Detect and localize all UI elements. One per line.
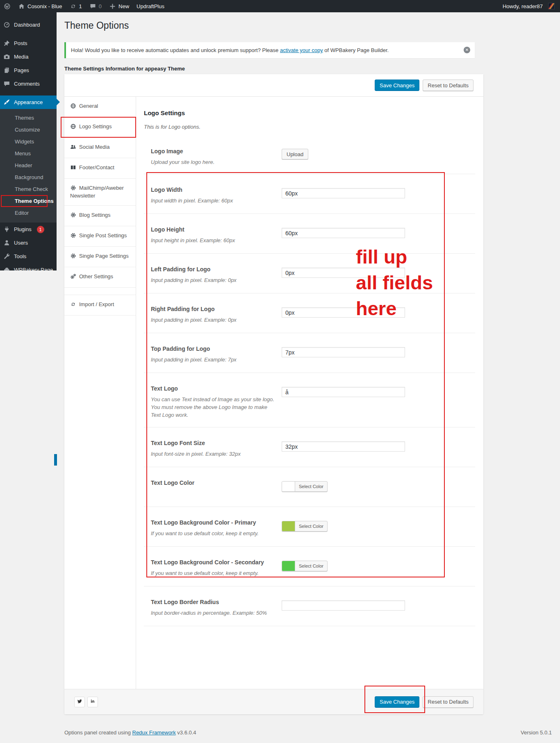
sidebar-item-editor[interactable]: Editor bbox=[0, 207, 57, 219]
section-title: Logo Settings bbox=[144, 109, 475, 117]
text-logo-color-picker[interactable]: Select Color bbox=[282, 481, 328, 492]
top-padding-for-logo-input[interactable] bbox=[282, 347, 405, 357]
field-description: Input border-radius in percentage. Examp… bbox=[151, 609, 275, 617]
color-swatch bbox=[282, 482, 295, 491]
field-label: Left Padding for Logo bbox=[151, 266, 275, 273]
field-row-right-padding-for-logo: Right Padding for LogoInput padding in p… bbox=[144, 293, 475, 333]
logo-height-input[interactable] bbox=[282, 228, 405, 238]
color-swatch bbox=[282, 561, 295, 571]
tab-other-settings[interactable]: Other Settings bbox=[64, 267, 136, 288]
gear-icon bbox=[70, 232, 76, 240]
media-icon bbox=[3, 53, 10, 60]
account-menu[interactable]: Howdy, reader87 bbox=[499, 0, 558, 12]
tab-mailchimp-aweber-newsletter[interactable]: MailChimp/Aweber Newsletter bbox=[64, 179, 136, 206]
sidebar-item-tools[interactable]: Tools bbox=[0, 250, 57, 263]
sidebar-item-menus[interactable]: Menus bbox=[0, 148, 57, 159]
activation-notice: Hola! Would you like to receive automati… bbox=[64, 42, 475, 58]
people-icon bbox=[70, 144, 76, 152]
redux-framework-link[interactable]: Redux Framework bbox=[132, 729, 176, 736]
sidebar-item-appearance[interactable]: Appearance bbox=[0, 95, 57, 109]
sidebar-item-media[interactable]: Media bbox=[0, 50, 57, 64]
sidebar-item-wpbakery-page[interactable]: WPBakery Page bbox=[0, 263, 57, 270]
field-rows: fill upall fieldshere Logo ImageUpload y… bbox=[144, 140, 475, 626]
field-label: Logo Width bbox=[151, 186, 275, 193]
site-menu[interactable]: Cosonix - Blue bbox=[14, 0, 66, 12]
tab-label: General bbox=[79, 103, 98, 109]
field-description: If you want to use default color, keep i… bbox=[151, 570, 275, 577]
sidebar-item-theme-options[interactable]: Theme Options bbox=[0, 195, 57, 207]
sidebar-item-customize[interactable]: Customize bbox=[0, 124, 57, 136]
admin-sidebar: DashboardPostsMediaPagesCommentsAppearan… bbox=[0, 12, 57, 270]
gears-icon bbox=[70, 273, 76, 281]
text-logo-border-radius-input[interactable] bbox=[282, 600, 405, 611]
sidebar-item-plugins[interactable]: Plugins1 bbox=[0, 223, 57, 236]
updates-menu[interactable]: 1 bbox=[66, 0, 86, 12]
sidebar-item-users[interactable]: Users bbox=[0, 236, 57, 250]
redux-credit: Options panel created using Redux Framew… bbox=[64, 729, 196, 736]
theme-options-panel: Save Changes Reset to Defaults GeneralLo… bbox=[64, 74, 483, 714]
sidebar-item-background[interactable]: Background bbox=[0, 171, 57, 183]
sidebar-item-comments[interactable]: Comments bbox=[0, 77, 57, 91]
sidebar-item-theme-check[interactable]: Theme Check bbox=[0, 183, 57, 195]
tab-logo-settings[interactable]: Logo Settings bbox=[64, 117, 136, 138]
tab-general[interactable]: General bbox=[64, 97, 136, 117]
sidebar-item-header[interactable]: Header bbox=[0, 159, 57, 171]
dismiss-notice-icon[interactable]: ✕ bbox=[464, 47, 470, 53]
sidebar-item-pages[interactable]: Pages bbox=[0, 64, 57, 77]
site-name: Cosonix - Blue bbox=[27, 3, 62, 9]
tab-blog-settings[interactable]: Blog Settings bbox=[64, 206, 136, 226]
select-color-label: Select Color bbox=[295, 524, 327, 529]
sidebar-item-posts[interactable]: Posts bbox=[0, 36, 57, 50]
globe-icon bbox=[70, 103, 76, 111]
field-description: Input padding in pixel. Example: 0px bbox=[151, 277, 275, 284]
tab-single-post-settings[interactable]: Single Post Settings bbox=[64, 226, 136, 247]
tab-label: Blog Settings bbox=[79, 212, 111, 218]
tab-social-media[interactable]: Social Media bbox=[64, 138, 136, 158]
text-logo-background-color-secondary-picker[interactable]: Select Color bbox=[282, 561, 328, 571]
tab-import-export[interactable]: Import / Export bbox=[64, 295, 136, 316]
text-logo-input[interactable] bbox=[282, 387, 405, 397]
field-label: Text Logo Font Size bbox=[151, 440, 275, 447]
reset-defaults-button-top[interactable]: Reset to Defaults bbox=[423, 80, 473, 91]
section-subtitle: This is for Logo options. bbox=[144, 124, 475, 130]
field-label: Logo Image bbox=[151, 148, 275, 155]
left-padding-for-logo-input[interactable] bbox=[282, 268, 405, 278]
comments-menu[interactable]: 0 bbox=[86, 0, 105, 12]
tab-single-page-settings[interactable]: Single Page Settings bbox=[64, 247, 136, 267]
main-content: Theme Options Hola! Would you like to re… bbox=[57, 12, 560, 736]
logo-width-input[interactable] bbox=[282, 188, 405, 198]
text-logo-background-color-primary-picker[interactable]: Select Color bbox=[282, 521, 328, 532]
twitter-icon[interactable] bbox=[74, 697, 85, 707]
sidebar-item-themes[interactable]: Themes bbox=[0, 112, 57, 124]
users-icon bbox=[3, 239, 10, 246]
text-logo-font-size-input[interactable] bbox=[282, 441, 405, 452]
field-label: Text Logo Border Radius bbox=[151, 599, 275, 606]
sidebar-item-widgets[interactable]: Widgets bbox=[0, 136, 57, 148]
sidebar-item-dashboard[interactable]: Dashboard bbox=[0, 18, 57, 32]
updraft-label: UpdraftPlus bbox=[137, 3, 164, 9]
page-title: Theme Options bbox=[64, 20, 552, 32]
field-label: Text Logo Color bbox=[151, 479, 275, 486]
menu-separator bbox=[0, 32, 57, 36]
wp-logo-menu[interactable] bbox=[0, 0, 14, 12]
reset-defaults-button-bottom[interactable]: Reset to Defaults bbox=[423, 696, 473, 708]
comments-icon bbox=[3, 80, 10, 87]
save-changes-button-bottom[interactable]: Save Changes bbox=[375, 696, 419, 708]
tab-footer-contact[interactable]: Footer/Contact bbox=[64, 158, 136, 179]
updraftplus-menu[interactable]: UpdraftPlus bbox=[133, 0, 168, 12]
activate-copy-link[interactable]: activate your copy bbox=[280, 47, 323, 53]
gear-icon bbox=[70, 212, 76, 220]
upload-button[interactable]: Upload bbox=[282, 149, 308, 159]
field-row-logo-image: Logo ImageUpload your site logo here.Upl… bbox=[144, 140, 475, 174]
save-changes-button-top[interactable]: Save Changes bbox=[375, 80, 419, 91]
right-padding-for-logo-input[interactable] bbox=[282, 307, 405, 318]
linkedin-icon[interactable] bbox=[87, 697, 98, 707]
sidebar-item-label: Pages bbox=[14, 67, 29, 73]
new-menu[interactable]: New bbox=[105, 0, 133, 12]
avatar bbox=[548, 3, 555, 9]
ui-artifact bbox=[54, 454, 57, 466]
field-row-text-logo: Text LogoYou can use Text instead of Ima… bbox=[144, 373, 475, 427]
field-row-text-logo-background-color-secondary: Text Logo Background Color - SecondaryIf… bbox=[144, 547, 475, 586]
settings-tabs: GeneralLogo SettingsSocial MediaFooter/C… bbox=[64, 97, 136, 689]
field-description: Input padding in pixel. Example: 0px bbox=[151, 316, 275, 324]
